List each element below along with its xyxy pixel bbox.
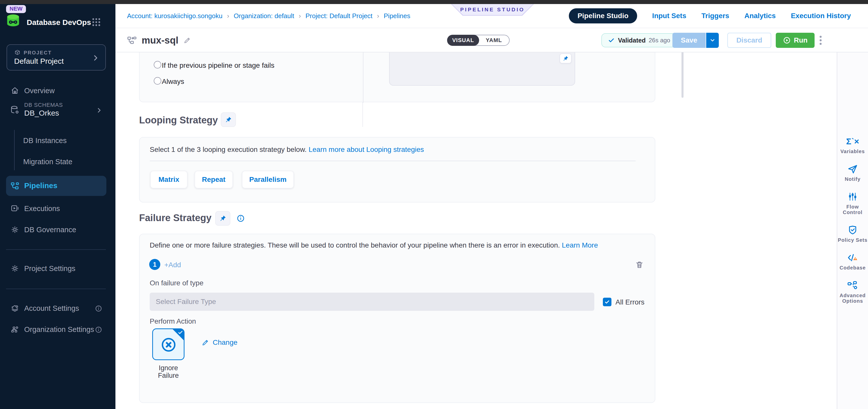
validated-badge: Validated 26s ago — [601, 33, 677, 47]
app-root: NEW Database DevOps — [0, 0, 868, 409]
subnav-line — [14, 130, 14, 170]
notify-send-icon — [847, 164, 858, 174]
cube-icon — [14, 49, 21, 56]
breadcrumb: Account: kurosakiichigo.songoku › Organi… — [127, 12, 410, 20]
pin-button[interactable] — [221, 112, 236, 127]
on-failure-label: On failure of type — [150, 279, 204, 287]
all-errors-checkbox[interactable] — [603, 298, 612, 306]
advanced-options-icon — [847, 280, 858, 291]
failure-learn-more-link[interactable]: Learn More — [562, 241, 598, 249]
breadcrumb-project[interactable]: Project: Default Project — [306, 12, 372, 20]
add-failure-strategy-button[interactable]: +Add — [164, 261, 181, 269]
card-divider — [363, 53, 364, 103]
failure-strategy-title: Failure Strategy — [139, 212, 212, 224]
sidebar-item-executions[interactable]: Executions — [0, 201, 116, 216]
edit-pencil-icon[interactable] — [184, 36, 191, 44]
organization-settings-icon — [10, 325, 19, 334]
rail-item-flow-control[interactable]: Flow Control — [837, 192, 868, 215]
breadcrumb-separator: › — [299, 12, 301, 20]
breadcrumb-organization[interactable]: Organization: default — [234, 12, 294, 20]
sidebar-item-db-governance[interactable]: DB Governance — [0, 222, 116, 237]
all-errors-label: All Errors — [616, 298, 645, 306]
ignore-failure-label: Ignore Failure — [148, 364, 188, 379]
pin-button[interactable] — [215, 211, 230, 226]
sidebar-item-pipelines[interactable]: Pipelines — [6, 176, 106, 196]
toggle-visual[interactable]: VISUAL — [447, 35, 479, 46]
breadcrumb-pipelines[interactable]: Pipelines — [384, 12, 410, 20]
looping-strategy-title: Looping Strategy — [139, 115, 218, 126]
app-grid-icon[interactable] — [92, 18, 101, 27]
pipeline-icon — [10, 181, 20, 191]
rail-item-advanced-options[interactable]: Advanced Options — [837, 280, 868, 304]
save-options-caret[interactable] — [706, 33, 719, 48]
matrix-button[interactable]: Matrix — [150, 171, 187, 189]
sidebar-item-account-settings[interactable]: Account Settings — [0, 301, 116, 316]
sidebar-divider — [6, 249, 106, 250]
app-title: Database DevOps — [27, 18, 91, 27]
change-action-link[interactable]: Change — [202, 339, 238, 346]
radio-previous-fails-label: If the previous pipeline or stage fails — [162, 62, 275, 69]
toggle-yaml[interactable]: YAML — [478, 35, 509, 45]
pipeline-studio-ribbon: PIPELINE STUDIO — [451, 4, 534, 15]
sidebar-item-db-instances[interactable]: DB Instances — [23, 136, 66, 145]
sidebar-item-organization-settings[interactable]: Organization Settings — [0, 322, 116, 337]
project-settings-gear-icon — [10, 264, 19, 273]
radio-always-label: Always — [162, 77, 184, 86]
breadcrumb-separator: › — [377, 12, 379, 20]
info-icon[interactable] — [95, 326, 102, 334]
database-devops-logo-icon — [5, 13, 21, 28]
rail-item-policy-sets[interactable]: Policy Sets — [837, 225, 868, 243]
sidebar-item-db-schemas[interactable]: DB SCHEMAS DB_Orkes — [0, 100, 116, 122]
pipeline-toolbar: mux-sql VISUAL YAML Validated 26s ago Sa… — [116, 28, 868, 53]
failure-type-select[interactable] — [150, 293, 594, 311]
project-selector[interactable]: PROJECT Default Project — [6, 44, 106, 70]
perform-action-label: Perform Action — [150, 317, 196, 326]
save-button[interactable]: Save — [673, 33, 706, 48]
check-icon — [608, 37, 615, 44]
stage-preview-panel — [389, 53, 575, 86]
breadcrumb-separator: › — [227, 12, 229, 20]
rail-item-notify[interactable]: Notify — [837, 164, 868, 182]
looping-learn-more-link[interactable]: Learn more about Looping strategies — [309, 145, 424, 154]
scrollbar-thumb[interactable] — [682, 53, 683, 98]
project-label: PROJECT — [24, 50, 52, 56]
visual-yaml-toggle[interactable]: VISUAL YAML — [447, 35, 509, 46]
rail-item-codebase[interactable]: Codebase — [837, 252, 868, 271]
radio-always[interactable] — [154, 77, 161, 84]
new-badge: NEW — [6, 5, 26, 13]
stage-divider-line — [363, 102, 363, 127]
db-schemas-label: DB SCHEMAS — [24, 102, 63, 108]
tab-execution-history[interactable]: Execution History — [791, 12, 851, 20]
chevron-right-icon — [96, 106, 102, 114]
sidebar-item-migration-state[interactable]: Migration State — [23, 158, 72, 166]
parallelism-button[interactable]: Parallelism — [242, 171, 294, 189]
sidebar-item-overview[interactable]: Overview — [0, 83, 116, 98]
more-options-icon[interactable] — [816, 34, 825, 46]
tab-triggers[interactable]: Triggers — [702, 12, 729, 20]
radio-previous-fails[interactable] — [154, 61, 161, 68]
policy-shield-check-icon — [847, 225, 858, 235]
info-icon[interactable] — [237, 214, 245, 223]
pin-button[interactable] — [559, 54, 571, 64]
repeat-button[interactable]: Repeat — [194, 171, 233, 189]
ignore-failure-action-card[interactable] — [152, 329, 185, 360]
pipeline-icon — [127, 35, 136, 45]
sidebar-item-project-settings[interactable]: Project Settings — [0, 261, 116, 276]
variables-icon: Σˋ× — [847, 136, 858, 146]
home-icon — [10, 87, 19, 95]
delete-strategy-icon[interactable] — [635, 261, 644, 269]
breadcrumb-account[interactable]: Account: kurosakiichigo.songoku — [127, 12, 222, 20]
rail-item-variables[interactable]: Σˋ× Variables — [837, 136, 868, 154]
sidebar: NEW Database DevOps — [0, 0, 116, 409]
discard-button[interactable]: Discard — [727, 33, 771, 48]
run-button[interactable]: Run — [776, 33, 814, 48]
tab-input-sets[interactable]: Input Sets — [652, 12, 686, 20]
tab-pipeline-studio[interactable]: Pipeline Studio — [569, 8, 637, 24]
tab-analytics[interactable]: Analytics — [744, 12, 776, 20]
failure-description: Define one or more failure strategies. T… — [150, 241, 598, 249]
info-icon[interactable] — [95, 305, 102, 312]
project-name: Default Project — [14, 57, 64, 66]
main-content: If the previous pipeline or stage fails … — [116, 53, 837, 409]
save-split-button: Save — [673, 33, 719, 48]
failure-strategy-index-badge[interactable]: 1 — [149, 259, 160, 270]
